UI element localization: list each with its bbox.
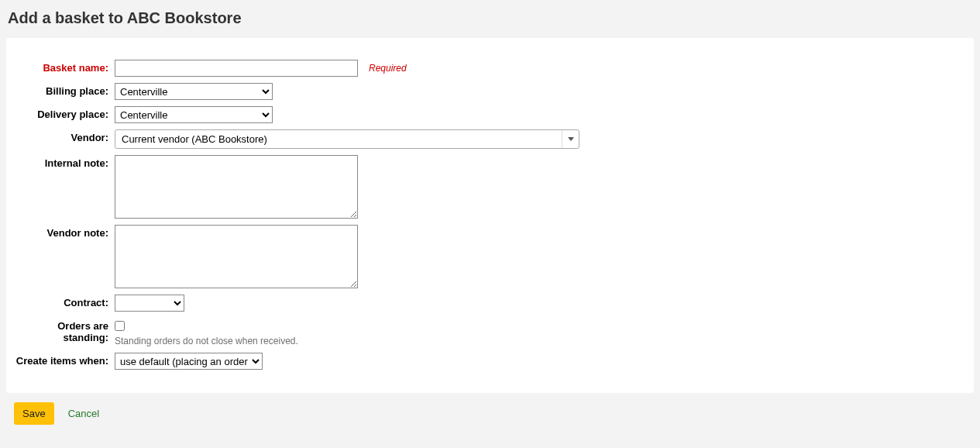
- vendor-label: Vendor:: [14, 129, 115, 143]
- form-panel: Basket name: Required Billing place: Cen…: [6, 38, 974, 393]
- required-hint: Required: [369, 63, 407, 74]
- cancel-link[interactable]: Cancel: [68, 408, 99, 419]
- vendor-note-label: Vendor note:: [14, 225, 115, 239]
- page-title: Add a basket to ABC Bookstore: [0, 0, 980, 38]
- billing-place-label: Billing place:: [14, 83, 115, 97]
- chevron-down-icon: [568, 137, 574, 141]
- vendor-note-textarea[interactable]: [115, 225, 358, 288]
- contract-label: Contract:: [14, 295, 115, 308]
- vendor-combobox[interactable]: [115, 129, 579, 149]
- internal-note-label: Internal note:: [14, 155, 115, 169]
- basket-name-label: Basket name:: [14, 60, 115, 74]
- create-items-label: Create items when:: [14, 353, 115, 367]
- orders-standing-label: Orders are standing:: [14, 318, 115, 343]
- internal-note-textarea[interactable]: [115, 155, 358, 219]
- save-button[interactable]: Save: [14, 402, 54, 425]
- delivery-place-select[interactable]: Centerville: [115, 106, 273, 123]
- standing-hint: Standing orders do not close when receiv…: [115, 336, 298, 346]
- vendor-dropdown-toggle[interactable]: [562, 130, 579, 148]
- actions-bar: Save Cancel: [0, 393, 980, 434]
- create-items-select[interactable]: use default (placing an order): [115, 353, 263, 370]
- vendor-input[interactable]: [115, 130, 562, 148]
- basket-name-input[interactable]: [115, 60, 358, 77]
- orders-standing-checkbox[interactable]: [115, 321, 125, 331]
- delivery-place-label: Delivery place:: [14, 106, 115, 120]
- billing-place-select[interactable]: Centerville: [115, 83, 273, 100]
- contract-select[interactable]: [115, 295, 184, 312]
